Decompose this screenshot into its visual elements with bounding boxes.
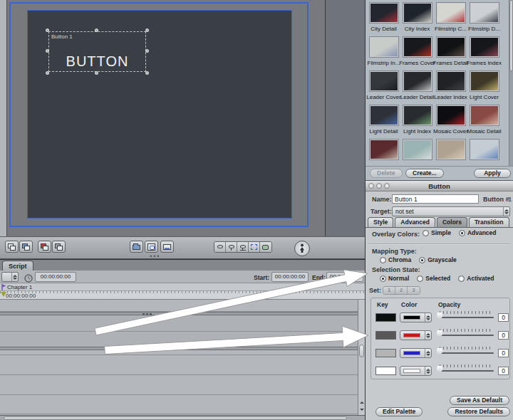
template-item-partial[interactable] xyxy=(467,137,501,160)
template-thumbnail[interactable] xyxy=(369,36,399,58)
radio-grayscale[interactable]: Grayscale xyxy=(419,256,457,263)
template-thumbnail[interactable] xyxy=(403,139,432,160)
popup-stepper-icon[interactable] xyxy=(425,349,431,357)
radio-circle-icon[interactable] xyxy=(458,275,465,282)
template-item[interactable]: Light Cover xyxy=(467,68,501,103)
template-thumbnail[interactable] xyxy=(470,36,499,58)
template-thumbnail[interactable] xyxy=(436,2,466,23)
timeline-ruler[interactable]: 00:00:00:00 xyxy=(0,291,365,300)
template-thumbnail[interactable] xyxy=(403,2,432,23)
end-timecode-field[interactable]: 00:00:00:00 xyxy=(326,272,363,282)
tab-transition[interactable]: Transition xyxy=(469,217,509,227)
timeline-zoom-select[interactable] xyxy=(1,272,19,282)
track-view-icon[interactable] xyxy=(160,241,174,253)
target-dropdown[interactable]: not set xyxy=(392,206,510,216)
template-thumbnail[interactable] xyxy=(470,105,499,126)
template-item[interactable]: Light Index xyxy=(400,103,434,137)
template-thumbnail[interactable] xyxy=(436,36,466,58)
set-segment-3[interactable]: 3 xyxy=(408,287,420,294)
apply-button[interactable]: Apply xyxy=(474,169,511,178)
paste-overlap-red-icon[interactable] xyxy=(38,241,51,253)
pane-resize-dots[interactable]: ••• xyxy=(150,256,161,258)
template-item[interactable]: Filmstrip In... xyxy=(367,34,400,68)
palette-scroll-thumb[interactable] xyxy=(509,0,513,71)
group-overlap-icon[interactable] xyxy=(52,241,66,253)
restore-defaults-button[interactable]: Restore Defaults xyxy=(447,407,510,416)
template-thumbnail[interactable] xyxy=(369,2,399,23)
track-splitter[interactable] xyxy=(0,347,365,350)
slider-thumb-icon[interactable] xyxy=(437,313,442,320)
template-thumbnail[interactable] xyxy=(470,2,499,23)
opacity-value-field[interactable]: 0 xyxy=(498,331,509,340)
timeline-tracks[interactable] xyxy=(0,300,365,415)
template-thumbnail[interactable] xyxy=(369,105,399,126)
radio-selected[interactable]: Selected xyxy=(417,275,450,282)
button-oval-stem-icon[interactable] xyxy=(226,242,237,252)
palette-scrollbar[interactable] xyxy=(509,0,513,166)
template-item[interactable]: Leader Cover xyxy=(367,68,400,103)
playhead-timecode-field[interactable]: 00:00:00:00 xyxy=(35,272,76,282)
folder-icon[interactable] xyxy=(130,241,143,253)
template-thumbnail[interactable] xyxy=(403,36,432,58)
template-thumbnail[interactable] xyxy=(436,139,466,160)
dropdown-stepper-icon[interactable] xyxy=(503,207,509,216)
radio-circle-icon[interactable] xyxy=(423,230,429,236)
button-selection[interactable]: Button 1 BUTTON xyxy=(48,31,146,72)
stepper-icon[interactable] xyxy=(11,273,18,281)
resize-handle-n[interactable] xyxy=(95,28,98,32)
opacity-slider[interactable] xyxy=(437,329,495,340)
popup-stepper-icon[interactable] xyxy=(425,313,431,322)
template-item[interactable]: Filmstrip C... xyxy=(434,0,467,34)
person-preview-icon[interactable] xyxy=(294,241,310,256)
resize-handle-s[interactable] xyxy=(95,71,98,75)
slider-track[interactable] xyxy=(438,352,494,354)
resize-handle-sw[interactable] xyxy=(46,71,49,75)
timeline-vscrollbar[interactable] xyxy=(358,300,365,415)
template-item[interactable]: Frames Index xyxy=(467,34,501,68)
scroll-down-icon[interactable] xyxy=(359,406,365,413)
popup-stepper-icon[interactable] xyxy=(425,331,431,340)
create-button[interactable]: Create... xyxy=(405,169,444,178)
slider-thumb-icon[interactable] xyxy=(437,348,442,356)
chapter-flag-icon[interactable] xyxy=(1,284,6,290)
template-item[interactable]: Mosaic Detail xyxy=(467,103,501,137)
opacity-value-field[interactable]: 0 xyxy=(498,349,509,357)
template-thumbnail[interactable] xyxy=(470,139,499,160)
tab-colors[interactable]: Colors xyxy=(437,217,467,227)
template-item[interactable]: Filmstrip D... xyxy=(467,0,501,34)
timeline-hscrollbar[interactable] xyxy=(0,415,365,420)
template-item[interactable]: Leader Detail xyxy=(400,68,434,103)
template-item[interactable]: City Detail xyxy=(367,0,400,34)
radio-circle-icon[interactable] xyxy=(419,257,425,263)
template-item[interactable]: Mosaic Cover xyxy=(434,103,467,137)
scroll-up-icon[interactable] xyxy=(359,399,365,406)
template-item[interactable]: Frames Cover xyxy=(400,34,434,68)
chapter-marker-label[interactable]: Chapter 1 xyxy=(7,284,32,290)
color-popup[interactable] xyxy=(400,348,432,358)
slider-track[interactable] xyxy=(438,370,494,372)
button-oval-base-icon[interactable] xyxy=(237,242,249,252)
radio-activated[interactable]: Activated xyxy=(458,275,494,282)
resize-handle-e[interactable] xyxy=(145,49,149,53)
opacity-slider[interactable] xyxy=(437,347,495,358)
hscroll-thumb[interactable] xyxy=(4,416,347,420)
menu-view-icon[interactable] xyxy=(145,241,158,253)
template-item[interactable]: City Index xyxy=(400,0,434,34)
popup-stepper-icon[interactable] xyxy=(425,367,431,375)
slider-track[interactable] xyxy=(438,335,494,336)
template-item-partial[interactable] xyxy=(434,137,467,160)
tab-style[interactable]: Style xyxy=(368,217,393,227)
save-as-default-button[interactable]: Save As Default xyxy=(450,396,509,405)
opacity-slider[interactable] xyxy=(437,364,495,376)
template-thumbnail[interactable] xyxy=(369,70,399,92)
overlap-squares-icon[interactable] xyxy=(5,241,19,253)
radio-circle-icon[interactable] xyxy=(417,275,423,282)
opacity-value-field[interactable]: 0 xyxy=(498,313,509,322)
resize-handle-nw[interactable] xyxy=(46,28,49,32)
template-thumbnail[interactable] xyxy=(403,105,432,126)
opacity-value-field[interactable]: 0 xyxy=(498,367,509,375)
template-item[interactable]: Leader Index xyxy=(434,68,467,103)
vscroll-thumb[interactable] xyxy=(359,345,364,357)
resize-handle-se[interactable] xyxy=(145,71,149,75)
opacity-slider[interactable] xyxy=(437,311,495,322)
